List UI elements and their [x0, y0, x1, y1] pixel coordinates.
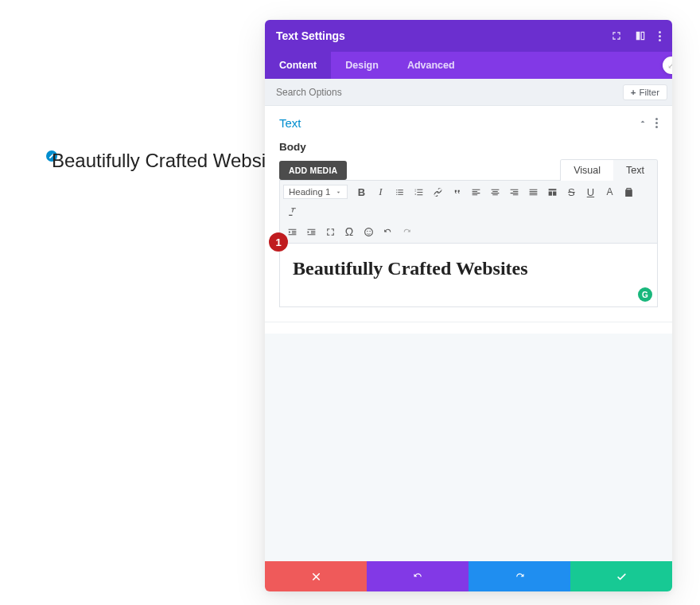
- paste-button[interactable]: [620, 183, 637, 201]
- special-char-button[interactable]: Ω: [340, 223, 358, 240]
- cancel-button[interactable]: [265, 561, 367, 591]
- quote-button[interactable]: [448, 183, 465, 201]
- text-color-button[interactable]: A: [601, 183, 618, 201]
- align-center-button[interactable]: [486, 183, 504, 201]
- callout-badge-1: 1: [269, 232, 288, 252]
- expand-icon[interactable]: [611, 30, 622, 41]
- grammar-badge-icon[interactable]: G: [638, 287, 652, 302]
- more-icon[interactable]: [659, 31, 661, 41]
- italic-button[interactable]: I: [371, 183, 389, 201]
- panel-header: Text Settings: [265, 20, 672, 52]
- table-button[interactable]: [543, 183, 561, 201]
- clear-format-button[interactable]: [283, 202, 301, 220]
- tab-advanced[interactable]: Advanced: [393, 52, 469, 79]
- indent-button[interactable]: [302, 223, 320, 240]
- emoji-button[interactable]: [360, 223, 377, 240]
- redo-button[interactable]: [398, 223, 415, 240]
- link-button[interactable]: [429, 183, 446, 201]
- svg-point-0: [364, 228, 372, 236]
- tab-design[interactable]: Design: [331, 52, 393, 79]
- editor-tab-visual[interactable]: Visual: [561, 160, 613, 181]
- search-bar: +Filter: [265, 79, 672, 106]
- tab-bar: Content Design Advanced ⤢: [265, 52, 672, 79]
- filter-button[interactable]: +Filter: [623, 84, 667, 100]
- footer-redo-button[interactable]: [469, 561, 570, 591]
- add-media-button[interactable]: ADD MEDIA: [279, 161, 347, 180]
- settings-panel: Text Settings Content Design Advanced ⤢ …: [265, 20, 672, 591]
- panel-footer: [265, 561, 672, 591]
- editor-tab-text[interactable]: Text: [613, 160, 657, 181]
- collapse-icon[interactable]: [638, 115, 648, 130]
- bullet-list-button[interactable]: [391, 183, 408, 201]
- number-list-button[interactable]: [410, 183, 427, 201]
- svg-point-1: [367, 230, 368, 231]
- align-right-button[interactable]: [505, 183, 523, 201]
- section-link-header[interactable]: Link: [265, 322, 672, 334]
- svg-point-2: [369, 230, 370, 231]
- save-button[interactable]: [570, 561, 672, 591]
- section-link: Link: [265, 322, 672, 334]
- editor-content-area[interactable]: 1 Beautifully Crafted Websites G: [279, 244, 658, 307]
- editor-toolbar: Heading 1 B I S U A: [279, 180, 658, 244]
- panel-title: Text Settings: [276, 29, 611, 42]
- editor-text[interactable]: Beautifully Crafted Websites: [293, 258, 644, 279]
- section-more-icon[interactable]: [655, 118, 658, 128]
- undo-button[interactable]: [379, 223, 396, 240]
- align-left-button[interactable]: [467, 183, 484, 201]
- footer-undo-button[interactable]: [367, 561, 469, 591]
- section-text-header[interactable]: Text: [265, 106, 672, 139]
- search-input[interactable]: [276, 87, 623, 98]
- align-justify-button[interactable]: [524, 183, 542, 201]
- canvas-preview-text: Beautifully Crafted Websites: [52, 150, 291, 172]
- section-text-title: Text: [279, 116, 638, 130]
- snap-icon[interactable]: [635, 30, 646, 41]
- underline-button[interactable]: U: [581, 183, 599, 201]
- tab-content[interactable]: Content: [265, 52, 331, 79]
- fullscreen-button[interactable]: [321, 223, 339, 240]
- editor-tabs: Visual Text: [560, 159, 658, 181]
- body-label: Body: [279, 141, 658, 153]
- panel-drag-handle[interactable]: ⤢: [663, 57, 672, 74]
- strike-button[interactable]: S: [562, 183, 580, 201]
- heading-dropdown[interactable]: Heading 1: [283, 185, 348, 199]
- bold-button[interactable]: B: [352, 183, 370, 201]
- section-text: Text Body ADD MEDIA Visual Text: [265, 106, 672, 322]
